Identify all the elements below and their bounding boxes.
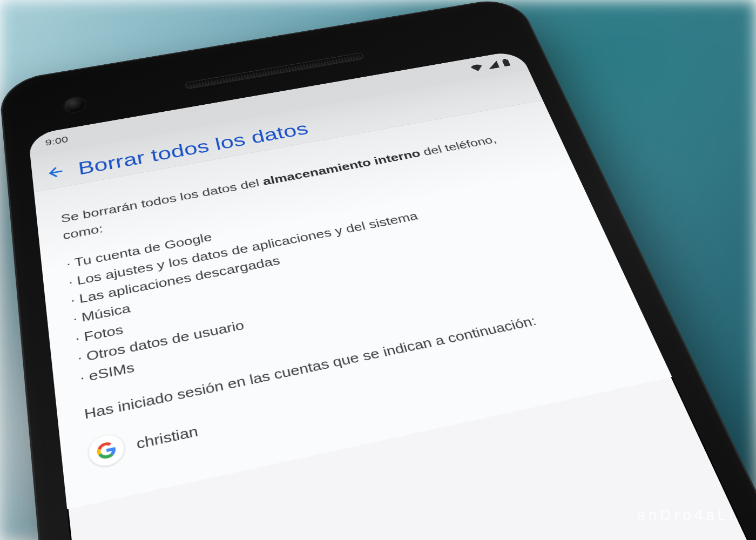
intro-bold: almacenamiento interno [261, 147, 422, 187]
phone-device: 9:00 Borrar todos los dat [0, 0, 756, 540]
phone-photo: 9:00 Borrar todos los dat [0, 0, 756, 540]
account-name: christian [135, 420, 200, 455]
watermark-text: anDro4aLL [637, 507, 741, 524]
google-logo-icon [87, 432, 126, 469]
wifi-icon [470, 63, 484, 72]
svg-rect-0 [502, 59, 511, 66]
cellular-signal-icon [486, 60, 500, 69]
back-arrow-icon[interactable] [44, 164, 65, 183]
intro-pre: Se borrarán todos los datos del [60, 176, 264, 225]
status-time: 9:00 [45, 134, 69, 148]
battery-icon [501, 58, 511, 67]
